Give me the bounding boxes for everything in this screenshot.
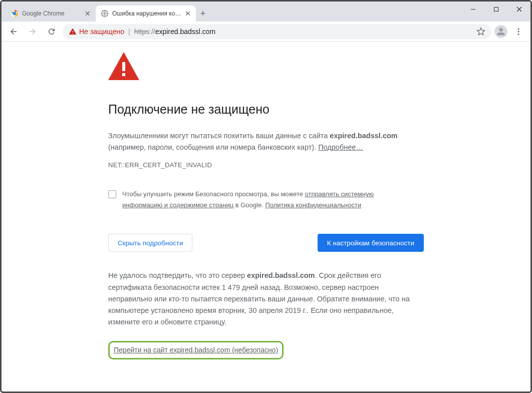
globe-favicon bbox=[101, 10, 109, 18]
profile-avatar[interactable] bbox=[494, 25, 507, 38]
security-indicator[interactable]: Не защищено bbox=[69, 28, 124, 36]
new-tab-button[interactable]: + bbox=[196, 7, 210, 21]
svg-point-7 bbox=[518, 28, 519, 30]
maximize-button[interactable] bbox=[484, 2, 507, 17]
optin-checkbox[interactable] bbox=[108, 190, 116, 198]
explanation-text: Не удалось подтвердить, что это сервер e… bbox=[108, 270, 424, 328]
warning-big-icon bbox=[108, 52, 139, 80]
safety-settings-button[interactable]: К настройкам безопасности bbox=[318, 234, 424, 252]
hide-details-button[interactable]: Скрыть подробности bbox=[108, 234, 192, 252]
privacy-policy-link[interactable]: Политика конфиденциальности bbox=[265, 201, 361, 209]
tab-close-icon[interactable]: ✕ bbox=[85, 10, 91, 18]
svg-rect-10 bbox=[122, 62, 125, 71]
tab-privacy-error[interactable]: Ошибка нарушения конфиденц ✕ bbox=[96, 6, 196, 22]
svg-rect-11 bbox=[122, 73, 125, 76]
svg-rect-4 bbox=[494, 7, 498, 11]
titlebar: Google Chrome ✕ Ошибка нарушения конфиде… bbox=[2, 2, 530, 22]
reload-button[interactable] bbox=[44, 24, 60, 40]
chrome-favicon bbox=[11, 10, 19, 18]
button-row: Скрыть подробности К настройкам безопасн… bbox=[108, 234, 424, 252]
tab-label: Ошибка нарушения конфиденц bbox=[112, 10, 181, 17]
window-controls bbox=[461, 2, 530, 17]
page-content[interactable]: Подключение не защищено Злоумышленники м… bbox=[3, 42, 529, 390]
tab-close-icon[interactable]: ✕ bbox=[185, 10, 191, 18]
bookmark-star-icon[interactable] bbox=[476, 27, 485, 36]
address-bar[interactable]: Не защищено | https://expired.badssl.com bbox=[63, 24, 491, 39]
menu-button[interactable] bbox=[510, 24, 526, 40]
learn-more-link[interactable]: Подробнее… bbox=[318, 143, 363, 151]
browser-toolbar: Не защищено | https://expired.badssl.com bbox=[2, 22, 530, 42]
svg-point-9 bbox=[518, 33, 519, 35]
tab-google-chrome[interactable]: Google Chrome ✕ bbox=[6, 6, 96, 22]
tab-label: Google Chrome bbox=[22, 10, 81, 17]
warning-triangle-icon bbox=[69, 28, 77, 36]
close-window-button[interactable] bbox=[507, 2, 530, 17]
url-text: https://expired.badssl.com bbox=[134, 28, 216, 36]
error-code: NET::ERR_CERT_DATE_INVALID bbox=[108, 160, 424, 171]
svg-point-8 bbox=[518, 31, 519, 32]
back-button[interactable] bbox=[6, 24, 22, 40]
proceed-unsafe-link[interactable]: Перейти на сайт expired.badssl.com (небе… bbox=[108, 341, 284, 359]
optin-row: Чтобы улучшить режим Безопасного просмот… bbox=[108, 189, 389, 211]
minimize-button[interactable] bbox=[461, 2, 484, 17]
security-label: Не защищено bbox=[79, 28, 124, 36]
page-heading: Подключение не защищено bbox=[108, 99, 424, 119]
warning-message: Злоумышленники могут пытаться похитить в… bbox=[108, 130, 424, 153]
forward-button bbox=[25, 24, 41, 40]
